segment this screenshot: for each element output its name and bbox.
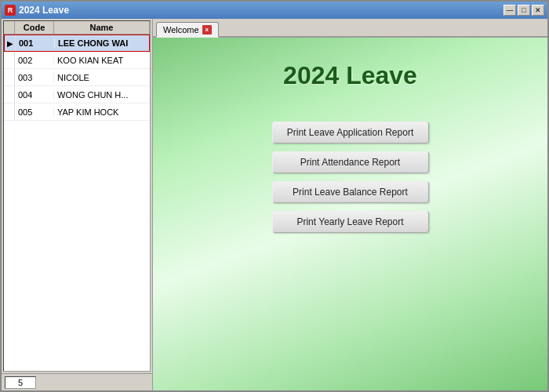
row-indicator <box>4 103 15 120</box>
print-leave-application-button[interactable]: Print Leave Application Report <box>272 122 429 143</box>
content-area: Code Name ▶ 001 LEE CHONG WAI 002 KOO KI… <box>2 19 547 390</box>
cell-code: 003 <box>15 73 54 82</box>
table-row[interactable]: 002 KOO KIAN KEAT <box>4 52 150 69</box>
app-icon: R <box>5 5 16 16</box>
minimize-button[interactable]: — <box>504 5 516 16</box>
left-panel: Code Name ▶ 001 LEE CHONG WAI 002 KOO KI… <box>2 19 153 390</box>
right-panel: Welcome x 2024 Leave Print Leave Applica… <box>153 19 547 390</box>
table-row[interactable]: 004 WONG CHUN H... <box>4 86 150 103</box>
cell-name: WONG CHUN H... <box>54 90 150 100</box>
tab-welcome[interactable]: Welcome x <box>156 22 219 38</box>
tab-label: Welcome <box>163 25 199 34</box>
table-row[interactable]: 005 YAP KIM HOCK <box>4 103 150 121</box>
maximize-button[interactable]: □ <box>518 5 530 16</box>
title-bar: R 2024 Leave — □ ✕ <box>2 2 547 19</box>
main-window: R 2024 Leave — □ ✕ Code Name <box>0 0 549 392</box>
print-leave-balance-button[interactable]: Print Leave Balance Report <box>272 181 429 203</box>
row-indicator <box>4 52 15 68</box>
tab-bar: Welcome x <box>153 19 547 38</box>
record-count: 5 <box>5 376 36 389</box>
left-status-bar: 5 <box>2 373 152 390</box>
cell-name: LEE CHONG WAI <box>55 38 149 48</box>
window-controls: — □ ✕ <box>504 5 544 16</box>
tab-close-button[interactable]: x <box>202 25 212 34</box>
col-header-selector <box>4 21 15 34</box>
print-attendance-button[interactable]: Print Attendance Report <box>272 151 429 173</box>
table-row[interactable]: ▶ 001 LEE CHONG WAI <box>4 34 150 52</box>
print-yearly-leave-button[interactable]: Print Yearly Leave Report <box>272 211 429 233</box>
table-header: Code Name <box>4 21 150 34</box>
close-button[interactable]: ✕ <box>532 5 544 16</box>
cell-code: 004 <box>15 90 54 100</box>
window-title: 2024 Leave <box>19 5 69 16</box>
cell-code: 001 <box>16 38 55 48</box>
row-indicator <box>4 69 15 85</box>
report-buttons: Print Leave Application Report Print Att… <box>272 122 429 233</box>
welcome-title: 2024 Leave <box>283 61 417 90</box>
table-row[interactable]: 003 NICOLE <box>4 69 150 86</box>
employee-table: Code Name ▶ 001 LEE CHONG WAI 002 KOO KI… <box>3 20 151 372</box>
col-header-code: Code <box>15 21 54 34</box>
cell-name: YAP KIM HOCK <box>54 107 150 117</box>
cell-name: KOO KIAN KEAT <box>54 56 150 65</box>
row-indicator <box>4 86 15 103</box>
cell-name: NICOLE <box>54 73 150 82</box>
cell-code: 005 <box>15 107 54 117</box>
welcome-content: 2024 Leave Print Leave Application Repor… <box>153 38 547 390</box>
cell-code: 002 <box>15 56 54 65</box>
title-bar-left: R 2024 Leave <box>5 5 69 16</box>
col-header-name: Name <box>54 21 150 34</box>
table-body: ▶ 001 LEE CHONG WAI 002 KOO KIAN KEAT 00… <box>4 34 150 121</box>
row-indicator: ▶ <box>5 35 16 51</box>
